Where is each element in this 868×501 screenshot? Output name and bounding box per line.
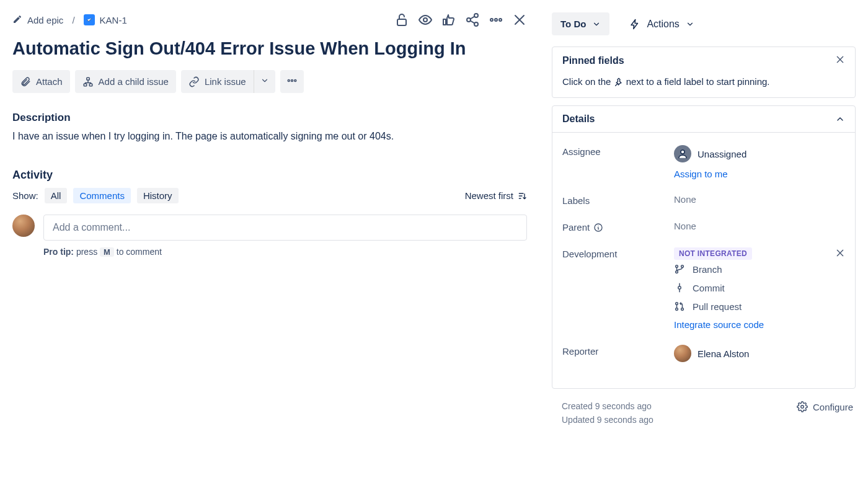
status-label: To Do — [560, 19, 586, 29]
comment-input[interactable]: Add a comment... — [43, 215, 527, 241]
breadcrumb-separator: / — [72, 15, 74, 25]
svg-point-6 — [495, 19, 497, 21]
svg-point-7 — [499, 19, 502, 21]
pinned-fields-panel: Pinned fields Click on the next to a fie… — [552, 47, 856, 98]
description-text[interactable]: I have an issue when I try logging in. T… — [12, 129, 527, 144]
sort-button[interactable]: Newest first — [465, 190, 527, 201]
task-icon — [84, 14, 95, 25]
user-avatar — [12, 215, 35, 237]
reporter-avatar — [674, 345, 691, 362]
more-actions-button[interactable] — [280, 70, 304, 93]
link-issue-button[interactable]: Link issue — [181, 70, 254, 93]
add-epic-link[interactable]: Add epic — [12, 14, 63, 26]
sort-label: Newest first — [465, 190, 513, 201]
close-icon[interactable] — [512, 12, 527, 27]
assign-to-me-link[interactable]: Assign to me — [674, 169, 845, 179]
updated-timestamp: Updated 9 seconds ago — [562, 415, 653, 425]
details-panel: Details Assignee Unassigned Assign to me — [552, 105, 856, 389]
pencil-icon — [12, 14, 22, 26]
child-issue-icon — [82, 76, 94, 87]
commit-link[interactable]: Commit — [674, 278, 845, 297]
protip: Pro tip: press M to comment — [43, 247, 527, 257]
labels-value[interactable]: None — [674, 194, 845, 205]
link-issue-dropdown[interactable] — [254, 70, 275, 93]
labels-label: Labels — [562, 194, 674, 206]
link-issue-label: Link issue — [205, 76, 246, 87]
dots-icon — [286, 75, 298, 86]
breadcrumb: Add epic / KAN-1 — [12, 14, 127, 26]
svg-point-1 — [423, 18, 427, 22]
svg-rect-0 — [397, 19, 406, 25]
tab-history[interactable]: History — [137, 188, 179, 203]
bolt-icon — [629, 19, 640, 30]
configure-button[interactable]: Configure — [797, 401, 853, 412]
reporter-label: Reporter — [562, 345, 674, 357]
attach-label: Attach — [36, 76, 63, 87]
link-icon — [188, 76, 200, 87]
issue-key-label: KAN-1 — [100, 15, 127, 25]
issue-title[interactable]: Automatic Sign Out/404 Error Issue When … — [12, 38, 527, 59]
status-dropdown[interactable]: To Do — [552, 12, 609, 35]
chevron-up-icon — [835, 114, 845, 124]
add-child-label: Add a child issue — [99, 76, 169, 87]
tab-comments[interactable]: Comments — [73, 188, 131, 203]
actions-label: Actions — [647, 19, 679, 30]
created-timestamp: Created 9 seconds ago — [562, 401, 653, 411]
parent-value[interactable]: None — [674, 221, 845, 231]
attach-icon — [20, 76, 31, 87]
attach-button[interactable]: Attach — [12, 70, 70, 93]
assignee-value[interactable]: Unassigned — [674, 145, 845, 162]
chevron-down-icon — [686, 20, 694, 29]
chevron-down-icon — [260, 76, 269, 85]
svg-point-13 — [294, 80, 296, 82]
svg-point-23 — [801, 406, 804, 409]
issue-key-link[interactable]: KAN-1 — [84, 14, 127, 25]
gear-icon — [797, 401, 808, 412]
more-icon[interactable] — [489, 12, 503, 27]
details-toggle[interactable]: Details — [552, 106, 855, 133]
pull-request-icon — [674, 301, 685, 312]
info-icon[interactable] — [593, 223, 603, 233]
reporter-value[interactable]: Elena Alston — [674, 345, 845, 362]
sort-icon — [517, 191, 527, 201]
unassigned-avatar-icon — [674, 145, 691, 162]
pin-icon — [614, 78, 624, 87]
branch-icon — [674, 264, 685, 275]
integrate-link[interactable]: Integrate source code — [674, 319, 845, 330]
dev-close-button[interactable] — [835, 248, 845, 260]
dev-badge: NOT INTEGRATED — [674, 247, 752, 260]
share-icon[interactable] — [465, 12, 480, 27]
show-label: Show: — [12, 190, 38, 201]
pinned-fields-title: Pinned fields — [562, 55, 624, 66]
parent-label: Parent — [562, 221, 674, 233]
actions-dropdown[interactable]: Actions — [629, 19, 694, 30]
development-label: Development — [562, 247, 674, 259]
commit-icon — [674, 282, 685, 293]
add-epic-label: Add epic — [27, 15, 63, 25]
svg-point-14 — [681, 150, 684, 154]
svg-point-12 — [291, 80, 293, 82]
tab-all[interactable]: All — [45, 188, 68, 203]
description-heading: Description — [12, 112, 527, 124]
chevron-down-icon — [592, 20, 601, 29]
vote-icon[interactable] — [441, 12, 456, 27]
branch-link[interactable]: Branch — [674, 260, 845, 278]
assignee-label: Assignee — [562, 145, 674, 157]
svg-point-11 — [288, 80, 290, 82]
pinned-hint: Click on the next to a field label to st… — [552, 74, 855, 97]
pinned-close-button[interactable] — [835, 55, 845, 66]
lock-icon[interactable] — [394, 12, 409, 27]
add-child-button[interactable]: Add a child issue — [75, 70, 176, 93]
watch-icon[interactable] — [418, 12, 433, 27]
details-title: Details — [562, 113, 595, 125]
activity-heading: Activity — [12, 169, 527, 182]
pull-request-link[interactable]: Pull request — [674, 297, 845, 316]
svg-point-5 — [490, 19, 493, 21]
